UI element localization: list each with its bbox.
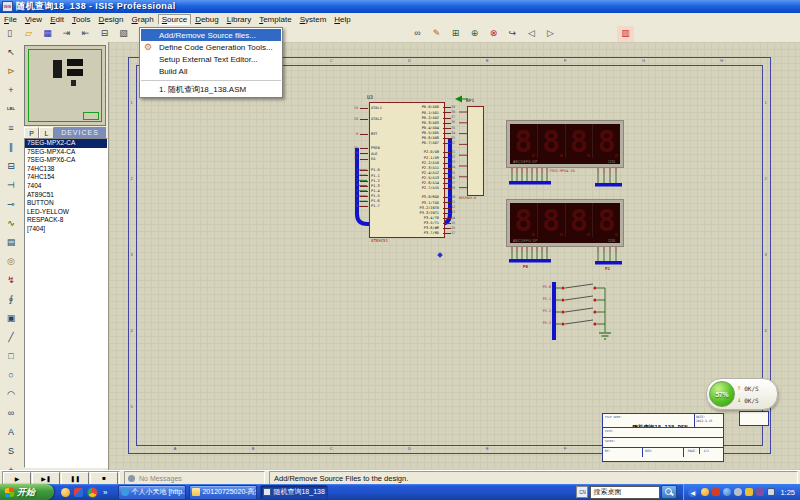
device-list-item[interactable]: BUTTON xyxy=(25,199,107,208)
current-probe-mode-icon[interactable]: ∮ xyxy=(2,290,20,307)
text-2d-icon[interactable]: A xyxy=(2,423,20,440)
taskbar-task[interactable]: 个人小天地 [http... xyxy=(118,485,186,500)
next-sheet-icon[interactable]: ▷ xyxy=(542,26,559,42)
new-design-icon[interactable]: ▯ xyxy=(1,26,18,42)
taskbar-task[interactable]: 随机查询18_138 -... xyxy=(260,485,328,500)
flashget-tray-icon[interactable] xyxy=(701,488,709,496)
menubar-item[interactable]: Tools xyxy=(68,14,95,25)
tray-collapse-icon[interactable]: ◀ xyxy=(688,488,697,497)
menubar-item[interactable]: Help xyxy=(330,14,354,25)
circle-2d-icon[interactable]: ○ xyxy=(2,366,20,383)
find-component-icon[interactable]: ∞ xyxy=(409,26,426,42)
schematic-overview-preview[interactable] xyxy=(24,45,106,126)
search-button[interactable] xyxy=(661,485,677,499)
print-area-icon[interactable]: ▧ xyxy=(115,26,132,42)
device-list-item[interactable]: 7SEG-MPX2-CA xyxy=(25,139,107,148)
menubar-item[interactable]: Edit xyxy=(46,14,68,25)
arc-2d-icon[interactable]: ◠ xyxy=(2,385,20,402)
generator-mode-icon[interactable]: ◎ xyxy=(2,252,20,269)
terminal-mode-icon[interactable]: ⊣ xyxy=(2,176,20,193)
property-tool-icon[interactable]: ✎ xyxy=(428,26,445,42)
device-pin-mode-icon[interactable]: ⊸ xyxy=(2,195,20,212)
device-list-item[interactable]: LED-YELLOW xyxy=(25,208,107,217)
source-menu-item[interactable]: Add/Remove Source files... xyxy=(141,29,281,41)
browser-quicklaunch-icon[interactable] xyxy=(87,487,98,498)
E: E xyxy=(486,58,489,63)
desktop-search-input[interactable] xyxy=(590,486,660,499)
prev-sheet-icon[interactable]: ◁ xyxy=(523,26,540,42)
taskbar-task[interactable]: 20120725020-高尔... xyxy=(189,485,257,500)
pause-button[interactable]: ❚❚ xyxy=(61,472,89,485)
menubar-item[interactable]: Debug xyxy=(191,14,223,25)
remove-sheet-icon[interactable]: ⊗ xyxy=(485,26,502,42)
device-list-item[interactable]: RESPACK-8 xyxy=(25,216,107,225)
input-method-tray-icon[interactable] xyxy=(756,488,764,496)
device-list-item[interactable]: 7404 xyxy=(25,182,107,191)
monitor-tray-icon[interactable] xyxy=(767,488,775,496)
menubar-item[interactable]: Source xyxy=(158,14,191,25)
start-button[interactable]: 开始 xyxy=(0,484,54,500)
device-list-item[interactable]: 7SEG-MPX6-CA xyxy=(25,156,107,165)
selection-mode-icon[interactable]: ↖ xyxy=(2,43,20,60)
source-menu-item[interactable]: 1. 随机查询18_138.ASM xyxy=(141,80,281,96)
text-script-mode-icon[interactable]: ≡ xyxy=(2,119,20,136)
symbol-2d-icon[interactable]: S xyxy=(2,442,20,459)
line-2d-icon[interactable]: ╱ xyxy=(2,328,20,345)
subcircuit-mode-icon[interactable]: ⊟ xyxy=(2,157,20,174)
flashget-quicklaunch-icon[interactable] xyxy=(61,488,70,497)
menubar-item[interactable]: Template xyxy=(255,14,295,25)
tape-recorder-mode-icon[interactable]: ▤ xyxy=(2,233,20,250)
open-design-icon[interactable]: ▱ xyxy=(20,26,37,42)
page-value: 1/1 xyxy=(702,448,711,454)
device-list-item[interactable]: [7404] xyxy=(25,225,107,234)
menubar-item[interactable]: Library xyxy=(223,14,255,25)
devices-list-header: DEVICES xyxy=(54,127,106,138)
component-mode-icon[interactable]: ⊳ xyxy=(2,62,20,79)
virtual-instrument-mode-icon[interactable]: ▣ xyxy=(2,309,20,326)
menubar-item[interactable]: File xyxy=(0,14,21,25)
play-button[interactable]: ▶ xyxy=(3,472,31,485)
im-tray-icon[interactable] xyxy=(745,488,753,496)
device-list-item[interactable]: 74HC154 xyxy=(25,173,107,182)
wire-label-mode-icon[interactable]: LBL xyxy=(2,100,20,117)
display-digit: 8 xyxy=(593,124,620,158)
menubar-item[interactable]: Design xyxy=(95,14,128,25)
network-tray-icon[interactable] xyxy=(723,488,731,496)
source-menu-item[interactable]: Build All xyxy=(141,65,281,77)
source-menu-item[interactable]: ⚙ Define Code Generation Tools... xyxy=(141,41,281,53)
exit-icon[interactable]: ▥ xyxy=(617,26,634,42)
seven-seg-display-2[interactable]: 8888 ABCDEFG DP 1234 xyxy=(507,200,623,246)
box-2d-icon[interactable]: □ xyxy=(2,347,20,364)
F: F xyxy=(564,446,566,451)
seven-seg-display-1[interactable]: 8888 ABCDEFG DP 1234 xyxy=(507,121,623,167)
menubar-item[interactable]: View xyxy=(21,14,46,25)
save-design-icon[interactable]: ▦ xyxy=(39,26,56,42)
new-root-sheet-icon[interactable]: ⊞ xyxy=(447,26,464,42)
device-list-item[interactable]: 74HC138 xyxy=(25,165,107,174)
quick-launch-overflow[interactable]: » xyxy=(103,488,107,497)
source-menu-item[interactable]: Setup External Text Editor... xyxy=(141,53,281,65)
respack-rp1[interactable] xyxy=(467,106,484,196)
media-quicklaunch-icon[interactable] xyxy=(74,488,83,497)
stop-button[interactable]: ■ xyxy=(90,472,118,485)
export-section-icon[interactable]: ⇤ xyxy=(77,26,94,42)
menubar-item[interactable]: Graph xyxy=(128,14,158,25)
goto-sheet-icon[interactable]: ↪ xyxy=(504,26,521,42)
download-speed-widget[interactable]: 57% ↑0K/S ↓0K/S xyxy=(706,378,778,410)
path-2d-icon[interactable]: ∞ xyxy=(2,404,20,421)
graph-mode-icon[interactable]: ∿ xyxy=(2,214,20,231)
add-sheet-icon[interactable]: ⊕ xyxy=(466,26,483,42)
junction-dot-mode-icon[interactable]: + xyxy=(2,81,20,98)
display-digit: 8 xyxy=(510,203,538,237)
step-button[interactable]: ▶❚ xyxy=(32,472,60,485)
schematic-canvas[interactable]: ABCDEFGH ABCDEFGH 12345 12345 xyxy=(108,42,800,470)
menubar-item[interactable]: System xyxy=(296,14,331,25)
bus-mode-icon[interactable]: ∥ xyxy=(2,138,20,155)
security-tray-icon[interactable] xyxy=(712,488,720,496)
volume-tray-icon[interactable] xyxy=(734,488,742,496)
import-section-icon[interactable]: ⇥ xyxy=(58,26,75,42)
voltage-probe-mode-icon[interactable]: ↯ xyxy=(2,271,20,288)
device-list-item[interactable]: 7SEG-MPX4-CA xyxy=(25,148,107,157)
device-list-item[interactable]: AT89C51 xyxy=(25,191,107,200)
print-icon[interactable]: ⊟ xyxy=(96,26,113,42)
